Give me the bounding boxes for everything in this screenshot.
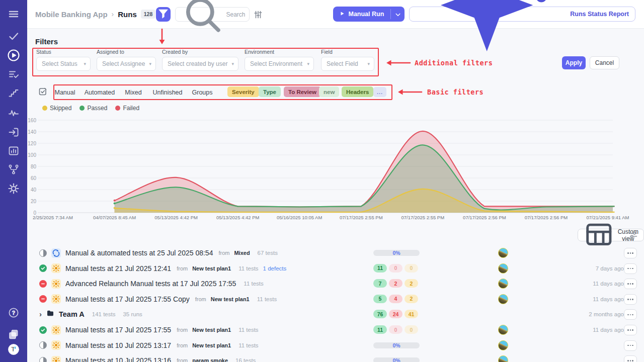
help-icon[interactable]: ?	[8, 307, 20, 319]
run-row[interactable]: Manual & automated tests at 25 Jul 2025 …	[27, 245, 644, 260]
run-row[interactable]: Manual tests at 21 Jul 2025 12:41fromNew…	[27, 261, 644, 276]
filter-placeholder: Select Environment	[250, 60, 302, 67]
filter-tag-severity[interactable]: Severity	[227, 86, 259, 97]
run-row[interactable]: Manual tests at 17 Jul 2025 17:55 Copyfr…	[27, 292, 644, 307]
chart-legend: SkippedPassedFailed	[42, 105, 139, 112]
filter-tag-new[interactable]: new	[319, 86, 339, 97]
run-title: Manual tests at 17 Jul 2025 17:55 Copy	[65, 295, 190, 303]
svg-text:2/25/2025 7:34 AM: 2/25/2025 7:34 AM	[33, 215, 73, 220]
filter-group-assigned-to: Assigned toSelect Assignee▾	[97, 49, 156, 71]
view-settings-icon[interactable]	[629, 230, 638, 239]
row-menu-button[interactable]	[624, 294, 637, 305]
row-menu-button[interactable]	[624, 340, 637, 351]
group-runs-count: 35 runs	[123, 311, 142, 317]
passed-count-badge: 7	[373, 279, 387, 288]
legend-item-skipped[interactable]: Skipped	[42, 105, 71, 112]
basic-filter-tab-groups[interactable]: Groups	[192, 89, 213, 96]
bulk-select-icon[interactable]	[38, 87, 47, 96]
filter-group-field: FieldSelect Field▾	[321, 49, 374, 71]
run-type-mixed-icon	[51, 248, 61, 258]
run-title: Manual tests at 10 Jul 2025 13:17	[65, 341, 171, 349]
filter-tag-to-review[interactable]: To Review	[284, 86, 321, 97]
menu-icon[interactable]	[8, 8, 20, 20]
basic-filter-tab-automated[interactable]: Automated	[85, 89, 115, 96]
search-input[interactable]	[226, 11, 245, 18]
tests-count: 16 tests	[235, 357, 256, 362]
from-label: from	[177, 265, 188, 272]
filter-group-environment: EnvironmentSelect Environment▾	[245, 49, 314, 71]
runs-trend-chart: 1601401201008060402002/25/2025 7:34 AM04…	[27, 115, 644, 226]
filter-tag-type[interactable]: Type	[259, 86, 281, 97]
basic-filter-tab-manual[interactable]: Manual	[55, 89, 75, 96]
result-badges: 1100	[373, 264, 418, 273]
run-row[interactable]: Manual tests at 10 Jul 2025 13:16frompar…	[27, 353, 644, 362]
run-row[interactable]: Advanced Relaunch Manual tests at 17 Jul…	[27, 276, 644, 291]
run-row[interactable]: Manual tests at 10 Jul 2025 13:17fromNew…	[27, 338, 644, 353]
tasks-icon[interactable]	[8, 30, 20, 42]
filter-label: Status	[36, 49, 91, 55]
row-menu-button[interactable]	[624, 325, 637, 335]
row-menu-button[interactable]	[624, 248, 637, 258]
runs-list: Manual & automated tests at 25 Jul 2025 …	[27, 245, 644, 362]
filter-select-field[interactable]: Select Field▾	[321, 57, 374, 71]
filter-toggle-button[interactable]	[156, 7, 171, 22]
failed-count-badge: 4	[389, 295, 403, 303]
reports-icon[interactable]	[8, 145, 20, 157]
basic-filter-tab-mixed[interactable]: Mixed	[125, 89, 141, 96]
filter-select-status[interactable]: Select Status▾	[36, 57, 91, 71]
run-title: Manual & automated tests at 25 Jul 2025 …	[65, 249, 213, 257]
status-passed-icon	[39, 326, 47, 334]
projects-icon[interactable]	[8, 328, 20, 340]
pulse-icon[interactable]	[8, 107, 20, 119]
filter-select-created-by[interactable]: Select created by user▾	[162, 57, 238, 71]
run-row[interactable]: Manual tests at 17 Jul 2025 17:55fromNew…	[27, 322, 644, 337]
legend-item-failed[interactable]: Failed	[115, 105, 139, 112]
from-label: from	[177, 342, 188, 348]
sidebar: ?T	[0, 0, 27, 362]
test-cases-icon[interactable]	[8, 68, 20, 80]
svg-text:20: 20	[31, 199, 37, 204]
chevron-down-icon: ▾	[84, 61, 86, 66]
filter-tag-headers[interactable]: Headers	[342, 86, 373, 97]
row-main: Manual tests at 10 Jul 2025 13:17fromNew…	[39, 338, 259, 353]
avatar	[498, 340, 508, 350]
search-settings-icon[interactable]	[253, 10, 263, 20]
row-menu-button[interactable]	[624, 309, 637, 320]
row-menu-button[interactable]	[624, 355, 637, 362]
steps-icon[interactable]	[8, 87, 20, 99]
runs-status-report-button[interactable]: Runs Status Report	[409, 7, 635, 22]
more-tags-button[interactable]: ...	[373, 87, 386, 97]
result-badges: 762441	[373, 310, 418, 318]
filter-select-assigned-to[interactable]: Select Assignee▾	[97, 57, 156, 71]
search-box[interactable]	[175, 7, 250, 22]
legend-label: Passed	[87, 105, 107, 112]
skipped-count-badge: 2	[405, 295, 418, 303]
filter-placeholder: Select Status	[42, 60, 77, 67]
manual-run-button[interactable]: Manual Run	[333, 7, 405, 22]
manual-run-dropdown[interactable]	[391, 7, 405, 22]
avatar	[498, 355, 508, 362]
row-menu-button[interactable]	[624, 263, 637, 274]
branches-icon[interactable]	[8, 163, 20, 175]
group-row[interactable]: ›Team A141 tests35 runs7624412 months ag…	[27, 307, 644, 322]
filter-select-environment[interactable]: Select Environment▾	[245, 57, 314, 71]
import-icon[interactable]	[8, 126, 20, 138]
tests-count: 11 tests	[244, 281, 263, 287]
legend-item-passed[interactable]: Passed	[79, 105, 107, 112]
runs-icon[interactable]	[7, 48, 21, 62]
logo-icon[interactable]: T	[8, 343, 20, 355]
breadcrumb-project[interactable]: Mobile Banking App	[35, 10, 108, 19]
expand-chevron-icon[interactable]: ›	[39, 310, 42, 318]
progress-bar: 0%	[373, 342, 420, 348]
basic-filter-tab-unfinished[interactable]: Unfinished	[152, 89, 182, 96]
row-menu-button[interactable]	[624, 279, 637, 289]
row-main: Manual tests at 17 Jul 2025 17:55 Copyfr…	[39, 292, 277, 307]
app-screen: ?T Mobile Banking App › Runs 128 Manual …	[0, 0, 644, 362]
cancel-button[interactable]: Cancel	[590, 56, 619, 69]
settings-icon[interactable]	[8, 183, 20, 195]
tests-count: 11 tests	[257, 296, 277, 302]
progress-value: 0%	[392, 342, 400, 348]
defects-link[interactable]: 1 defects	[263, 265, 287, 272]
from-plan-name: Mixed	[234, 250, 250, 256]
chevron-down-icon: ▾	[149, 61, 151, 66]
